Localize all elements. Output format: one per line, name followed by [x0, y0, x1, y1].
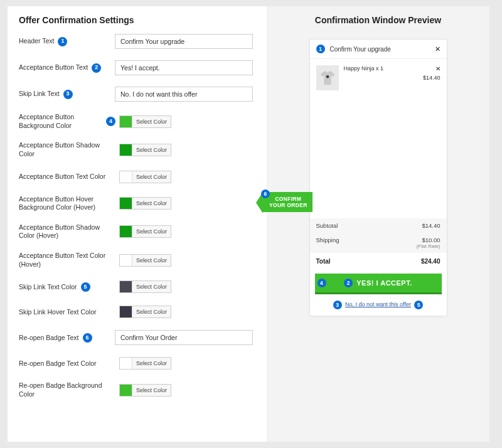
settings-label: Acceptance Button Text Color (Hover) [19, 252, 119, 269]
settings-label-badge: 1 [58, 37, 67, 46]
settings-label: Re-open Badge Text6 [19, 333, 115, 343]
settings-label-badge: 6 [83, 333, 92, 343]
color-picker[interactable]: Select Color [119, 171, 171, 183]
accept-badge-outer: 4 [318, 279, 326, 287]
settings-row: Skip Link Text Color5Select Color [19, 280, 253, 294]
select-color-button[interactable]: Select Color [132, 116, 171, 127]
preview-title: Confirmation Window Preview [274, 15, 482, 25]
preview-item-row: Happy Ninja x 1 ✕ $14.40 [310, 59, 447, 93]
preview-totals: Subtotal $14.40 Shipping $10.00 (Flat Ra… [310, 218, 447, 253]
settings-label: Header Text1 [19, 37, 115, 46]
text-input[interactable] [115, 330, 253, 345]
color-picker[interactable]: Select Color [119, 225, 171, 238]
remove-item-icon[interactable]: ✕ [423, 65, 441, 72]
reopen-badge-number: 6 [261, 189, 270, 198]
total-value: $24.40 [421, 258, 441, 265]
skip-link[interactable]: No, I do not want this offer [345, 301, 411, 307]
select-color-button[interactable]: Select Color [132, 281, 171, 292]
product-price: $14.40 [423, 75, 441, 81]
text-input[interactable] [115, 34, 253, 49]
settings-label: Re-open Badge Text Color [19, 360, 119, 368]
select-color-button[interactable]: Select Color [132, 171, 171, 183]
settings-label: Acceptance Button Shadow Color (Hover) [19, 223, 119, 240]
color-swatch [120, 198, 132, 209]
color-swatch [120, 144, 132, 156]
color-picker[interactable]: Select Color [119, 144, 171, 156]
color-swatch [120, 281, 132, 292]
subtotal-value: $14.40 [422, 222, 440, 229]
accept-button[interactable]: 4 2 YES! I ACCEPT. [315, 274, 442, 294]
color-swatch [120, 385, 132, 396]
settings-label-badge: 5 [81, 282, 90, 292]
text-input[interactable] [115, 60, 253, 75]
reopen-badge-line2: YOUR ORDER [269, 202, 307, 208]
color-picker[interactable]: Select Color [119, 254, 171, 267]
accept-badge-inner: 2 [344, 279, 353, 287]
settings-label: Acceptance Button Hover Background Color… [19, 195, 119, 212]
settings-label-badge: 2 [92, 63, 101, 73]
select-color-button[interactable]: Select Color [132, 385, 171, 396]
settings-row: Header Text1 [19, 34, 253, 49]
settings-row: Skip Link Hover Text ColorSelect Color [19, 305, 253, 319]
settings-label: Skip Link Text Color5 [19, 282, 119, 292]
settings-label: Acceptance Button Shadow Color [19, 141, 119, 158]
preview-header-badge: 1 [316, 45, 325, 53]
close-icon[interactable]: ✕ [435, 45, 441, 53]
skip-badge-left: 3 [333, 301, 342, 309]
shipping-note: (Flat Rate) [417, 243, 441, 249]
preview-header: 1 Confirm Your upgrade ✕ [310, 40, 447, 59]
select-color-button[interactable]: Select Color [132, 255, 171, 266]
skip-badge-right: 5 [414, 301, 423, 309]
settings-label: Acceptance Button Text2 [19, 63, 115, 73]
shipping-label: Shipping [316, 237, 339, 249]
text-input[interactable] [115, 87, 253, 102]
settings-row: Re-open Badge Text ColorSelect Color [19, 356, 253, 370]
reopen-badge[interactable]: 6 CONFIRM YOUR ORDER [263, 192, 312, 212]
accept-button-text: YES! I ACCEPT. [356, 279, 412, 287]
product-name: Happy Ninja x 1 [344, 65, 384, 90]
settings-row: Acceptance Button Text Color (Hover)Sele… [19, 252, 253, 269]
color-swatch [120, 358, 132, 369]
color-picker[interactable]: Select Color [119, 115, 171, 128]
color-swatch [120, 255, 132, 266]
preview-header-text: Confirm Your upgrade [330, 46, 391, 53]
settings-row: Re-open Badge Background ColorSelect Col… [19, 381, 253, 398]
select-color-button[interactable]: Select Color [132, 306, 171, 317]
color-picker[interactable]: Select Color [119, 306, 171, 318]
settings-label: Skip Link Hover Text Color [19, 308, 119, 317]
color-swatch [120, 226, 132, 237]
preview-card: 1 Confirm Your upgrade ✕ Happy Ninja x 1… [309, 39, 447, 316]
shipping-value: $10.00 [422, 237, 440, 243]
skip-link-row: 3 No, I do not want this offer 5 [310, 297, 447, 316]
color-swatch [120, 116, 132, 127]
settings-label: Re-open Badge Background Color [19, 381, 119, 398]
select-color-button[interactable]: Select Color [132, 198, 171, 209]
color-picker[interactable]: Select Color [119, 384, 171, 397]
settings-title: Offer Confirmation Settings [19, 15, 253, 25]
reopen-badge-line1: CONFIRM [275, 196, 301, 202]
settings-row: Acceptance Button Shadow ColorSelect Col… [19, 141, 253, 158]
settings-label-badge: 4 [106, 117, 115, 126]
select-color-button[interactable]: Select Color [132, 226, 171, 237]
settings-label: Skip Link Text3 [19, 90, 115, 99]
color-swatch [120, 171, 132, 183]
select-color-button[interactable]: Select Color [132, 144, 171, 156]
settings-label-badge: 3 [63, 90, 73, 99]
settings-row: Acceptance Button Text2 [19, 60, 253, 75]
product-thumbnail [316, 65, 339, 90]
settings-row: Acceptance Button Text ColorSelect Color [19, 170, 253, 184]
color-picker[interactable]: Select Color [119, 357, 171, 370]
settings-label: Acceptance Button Background Color4 [19, 113, 119, 130]
select-color-button[interactable]: Select Color [132, 358, 171, 369]
subtotal-label: Subtotal [316, 222, 338, 229]
settings-row: Acceptance Button Hover Background Color… [19, 195, 253, 212]
color-swatch [120, 306, 132, 317]
settings-row: Re-open Badge Text6 [19, 330, 253, 345]
settings-row: Acceptance Button Background Color4Selec… [19, 113, 253, 130]
total-label: Total [316, 258, 331, 265]
settings-row: Acceptance Button Shadow Color (Hover)Se… [19, 223, 253, 240]
color-picker[interactable]: Select Color [119, 197, 171, 210]
color-picker[interactable]: Select Color [119, 280, 171, 293]
settings-row: Skip Link Text3 [19, 87, 253, 102]
settings-label: Acceptance Button Text Color [19, 173, 119, 181]
